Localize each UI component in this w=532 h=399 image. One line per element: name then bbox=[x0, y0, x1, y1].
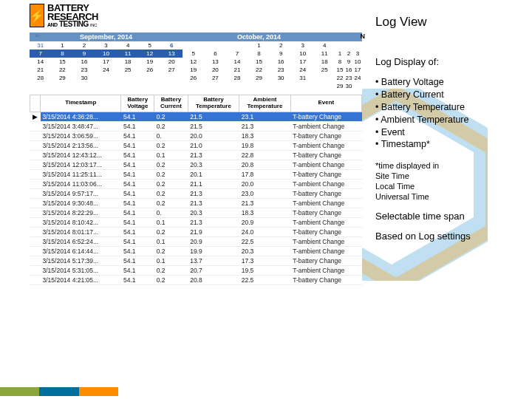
calendar-day[interactable]: 24 bbox=[292, 66, 314, 74]
calendar-day[interactable]: 3 bbox=[95, 41, 117, 50]
calendar-day[interactable]: 26 bbox=[139, 66, 161, 74]
calendar-month[interactable]: October, 2014 12345678910111213141516171… bbox=[183, 33, 335, 90]
calendar-day[interactable]: 16 bbox=[344, 66, 353, 74]
calendar-day[interactable] bbox=[183, 41, 205, 50]
calendar-day[interactable]: 12 bbox=[183, 58, 205, 66]
column-header[interactable]: Timestamp bbox=[41, 95, 121, 112]
calendar-day[interactable]: 15 bbox=[335, 66, 344, 74]
calendar-day[interactable] bbox=[349, 41, 362, 50]
calendar-day[interactable]: 22 bbox=[248, 66, 270, 74]
table-row[interactable]: 3/15/2014 11:25:11...54.10.220.117.8T-ba… bbox=[30, 169, 362, 179]
calendar-day[interactable] bbox=[313, 74, 335, 82]
calendar-day[interactable]: 15 bbox=[52, 58, 74, 66]
table-row[interactable]: 3/15/2014 9:57:17...54.10.221.323.0T-bat… bbox=[30, 188, 362, 198]
calendar-day[interactable]: 17 bbox=[353, 66, 362, 74]
table-row[interactable]: 3/15/2014 2:13:56...54.10.221.019.8T-amb… bbox=[30, 140, 362, 150]
calendar-day[interactable]: 11 bbox=[117, 50, 139, 58]
calendar-day[interactable]: 3 bbox=[353, 50, 362, 58]
calendar-day[interactable] bbox=[95, 74, 117, 82]
table-row[interactable]: 3/15/2014 6:52:24...54.10.120.922.5T-amb… bbox=[30, 236, 362, 246]
calendar-day[interactable]: 10 bbox=[292, 50, 314, 58]
calendar-day[interactable]: 15 bbox=[248, 58, 270, 66]
table-row[interactable]: 3/15/2014 12:43:12...54.10.121.322.8T-ba… bbox=[30, 150, 362, 160]
calendar-day[interactable]: 10 bbox=[95, 50, 117, 58]
calendar-day[interactable]: 4 bbox=[117, 41, 139, 50]
calendar-day[interactable]: 13 bbox=[205, 58, 227, 66]
calendar-day[interactable] bbox=[353, 82, 362, 90]
calendar-day[interactable]: 6 bbox=[205, 50, 227, 58]
calendar-day[interactable]: 18 bbox=[117, 58, 139, 66]
calendar-day[interactable] bbox=[205, 41, 227, 50]
calendar-day[interactable]: 22 bbox=[335, 74, 344, 82]
calendar-month-header[interactable]: October, 2014 bbox=[183, 33, 335, 41]
calendar-day[interactable] bbox=[117, 74, 139, 82]
calendar-day[interactable]: 28 bbox=[226, 74, 248, 82]
column-header[interactable] bbox=[30, 95, 41, 112]
calendar-day[interactable]: 13 bbox=[160, 50, 183, 58]
calendar-day[interactable]: 4 bbox=[313, 41, 335, 50]
table-row[interactable]: 3/15/2014 5:17:39...54.10.113.717.3T-bat… bbox=[30, 256, 362, 265]
calendar-day[interactable]: 19 bbox=[139, 58, 161, 66]
calendar-month[interactable]: September, 20143112345678910111213141516… bbox=[30, 33, 183, 90]
calendar-day[interactable]: 24 bbox=[353, 74, 362, 82]
calendar-day[interactable]: 7 bbox=[226, 50, 248, 58]
calendar-day[interactable]: 1 bbox=[335, 50, 344, 58]
calendar-day[interactable]: 8 bbox=[248, 50, 270, 58]
table-row[interactable]: 3/15/2014 12:03:17...54.10.220.320.8T-am… bbox=[30, 160, 362, 169]
calendar-day[interactable]: 12 bbox=[139, 50, 161, 58]
calendar-day[interactable]: 9 bbox=[73, 50, 95, 58]
column-header[interactable]: BatteryTemperature bbox=[188, 95, 239, 112]
calendar-day[interactable]: 16 bbox=[270, 58, 292, 66]
calendar-day[interactable]: 29 bbox=[335, 82, 344, 90]
table-row[interactable]: 3/15/2014 5:31:05...54.10.220.719.5T-amb… bbox=[30, 265, 362, 275]
calendar-day[interactable]: 5 bbox=[139, 41, 161, 50]
calendar-day[interactable]: 6 bbox=[160, 41, 183, 50]
calendar-day[interactable] bbox=[335, 41, 349, 50]
calendar-day[interactable]: 14 bbox=[226, 58, 248, 66]
calendar-day[interactable]: 31 bbox=[292, 74, 314, 82]
calendar-day[interactable]: 10 bbox=[353, 58, 362, 66]
table-row[interactable]: 3/15/2014 8:22:29...54.10.20.318.3T-batt… bbox=[30, 208, 362, 217]
calendar-day[interactable]: 23 bbox=[344, 74, 353, 82]
calendar-day[interactable]: 20 bbox=[160, 58, 183, 66]
calendar-day[interactable]: 28 bbox=[30, 74, 52, 82]
calendar-day[interactable]: 30 bbox=[270, 74, 292, 82]
calendar-day[interactable]: 29 bbox=[52, 74, 74, 82]
table-row[interactable]: 3/15/2014 6:14:44...54.10.219.920.3T-amb… bbox=[30, 246, 362, 256]
calendar-day[interactable]: 1 bbox=[52, 41, 74, 50]
table-row[interactable]: 3/15/2014 9:30:48...54.10.221.321.3T-amb… bbox=[30, 198, 362, 208]
table-row[interactable]: 3/15/2014 8:01:17...54.10.221.924.0T-bat… bbox=[30, 227, 362, 236]
calendar-day[interactable] bbox=[160, 74, 183, 82]
table-row[interactable]: 3/15/2014 3:48:47...54.10.221.521.3T-amb… bbox=[30, 121, 362, 131]
calendar-day[interactable]: 18 bbox=[313, 58, 335, 66]
table-row[interactable]: 3/15/2014 8:10:42...54.10.121.320.9T-amb… bbox=[30, 217, 362, 227]
calendar-day[interactable]: 20 bbox=[205, 66, 227, 74]
calendar-day[interactable]: 11 bbox=[313, 50, 335, 58]
log-table[interactable]: TimestampBatteryVoltageBatteryCurrentBat… bbox=[30, 95, 362, 285]
calendar-day[interactable]: 9 bbox=[270, 50, 292, 58]
calendar-month-header[interactable]: September, 2014 bbox=[30, 33, 183, 41]
calendar-day[interactable]: 17 bbox=[292, 58, 314, 66]
column-header[interactable]: BatteryCurrent bbox=[154, 95, 188, 112]
calendar-day[interactable]: 7 bbox=[30, 50, 52, 58]
calendar-day[interactable]: 2 bbox=[344, 50, 353, 58]
calendar-day[interactable]: 9 bbox=[344, 58, 353, 66]
calendar-day[interactable]: 30 bbox=[344, 82, 353, 90]
calendar-day[interactable]: 23 bbox=[73, 66, 95, 74]
calendar-day[interactable]: 27 bbox=[205, 74, 227, 82]
calendar-day[interactable]: 5 bbox=[183, 50, 205, 58]
calendar-day[interactable]: 25 bbox=[313, 66, 335, 74]
calendar-day[interactable]: 27 bbox=[160, 66, 183, 74]
calendar-day[interactable]: 2 bbox=[73, 41, 95, 50]
table-row[interactable]: 3/15/2014 3:06:59...54.10.20.018.3T-batt… bbox=[30, 131, 362, 140]
calendar-day[interactable]: 3 bbox=[292, 41, 314, 50]
calendar-day[interactable] bbox=[139, 74, 161, 82]
calendar-day[interactable]: 21 bbox=[30, 66, 52, 74]
calendar-day[interactable]: 23 bbox=[270, 66, 292, 74]
calendar-day[interactable]: 24 bbox=[95, 66, 117, 74]
calendar-day[interactable]: 26 bbox=[183, 74, 205, 82]
table-row[interactable]: ▶3/15/2014 4:36:28...54.10.221.523.1T-ba… bbox=[30, 112, 362, 121]
calendar-day[interactable]: 21 bbox=[226, 66, 248, 74]
calendar-strip[interactable]: September, 20143112345678910111213141516… bbox=[30, 33, 362, 90]
calendar-day[interactable]: 16 bbox=[73, 58, 95, 66]
